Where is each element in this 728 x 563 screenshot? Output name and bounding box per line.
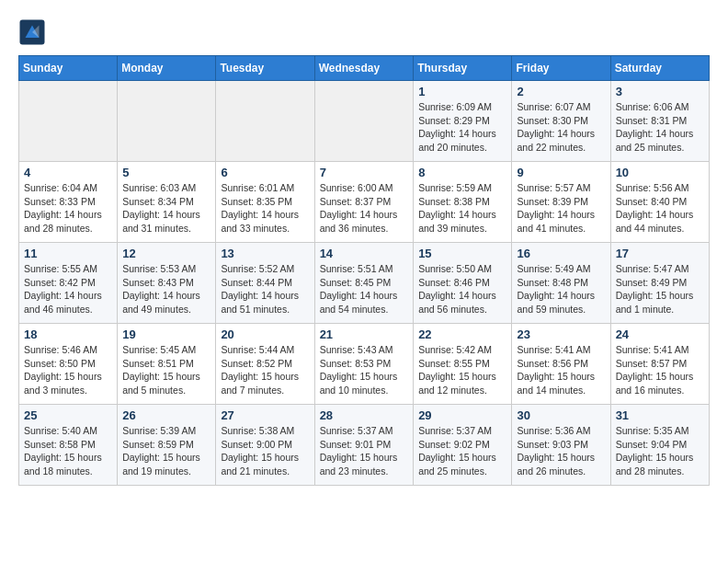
day-number: 28	[320, 408, 409, 422]
day-info: Sunrise: 5:38 AMSunset: 9:00 PMDaylight:…	[221, 424, 309, 478]
day-info: Sunrise: 5:43 AMSunset: 8:53 PMDaylight:…	[320, 343, 409, 397]
logo	[18, 18, 50, 46]
day-info: Sunrise: 5:36 AMSunset: 9:03 PMDaylight:…	[517, 424, 605, 478]
calendar-cell: 7Sunrise: 6:00 AMSunset: 8:37 PMDaylight…	[314, 162, 414, 243]
weekday-header-tuesday: Tuesday	[216, 56, 314, 81]
page-header	[18, 18, 710, 46]
weekday-header-thursday: Thursday	[414, 56, 512, 81]
day-info: Sunrise: 5:40 AMSunset: 8:58 PMDaylight:…	[24, 424, 112, 478]
weekday-header-monday: Monday	[118, 56, 216, 81]
day-number: 4	[24, 166, 112, 179]
calendar-cell: 29Sunrise: 5:37 AMSunset: 9:02 PMDayligh…	[414, 405, 512, 486]
day-info: Sunrise: 5:41 AMSunset: 8:57 PMDaylight:…	[616, 343, 704, 397]
day-number: 22	[418, 327, 506, 341]
day-number: 14	[320, 247, 409, 260]
day-number: 15	[418, 247, 506, 260]
calendar-cell: 22Sunrise: 5:42 AMSunset: 8:55 PMDayligh…	[414, 324, 512, 405]
day-info: Sunrise: 5:37 AMSunset: 9:02 PMDaylight:…	[418, 424, 506, 478]
calendar-week-4: 18Sunrise: 5:46 AMSunset: 8:50 PMDayligh…	[19, 324, 710, 405]
calendar-week-1: 1Sunrise: 6:09 AMSunset: 8:29 PMDaylight…	[19, 81, 710, 162]
day-number: 3	[616, 85, 704, 98]
calendar-cell: 1Sunrise: 6:09 AMSunset: 8:29 PMDaylight…	[414, 81, 512, 162]
weekday-header-sunday: Sunday	[19, 56, 118, 81]
day-info: Sunrise: 5:44 AMSunset: 8:52 PMDaylight:…	[221, 343, 309, 397]
calendar-week-5: 25Sunrise: 5:40 AMSunset: 8:58 PMDayligh…	[19, 405, 710, 486]
calendar-cell: 13Sunrise: 5:52 AMSunset: 8:44 PMDayligh…	[216, 243, 314, 324]
day-number: 13	[221, 247, 309, 260]
calendar-cell: 25Sunrise: 5:40 AMSunset: 8:58 PMDayligh…	[19, 405, 118, 486]
day-info: Sunrise: 5:42 AMSunset: 8:55 PMDaylight:…	[418, 343, 506, 397]
day-number: 12	[122, 247, 210, 260]
day-number: 27	[221, 408, 309, 422]
calendar-cell: 17Sunrise: 5:47 AMSunset: 8:49 PMDayligh…	[610, 243, 709, 324]
day-info: Sunrise: 5:49 AMSunset: 8:48 PMDaylight:…	[517, 262, 605, 316]
day-info: Sunrise: 5:47 AMSunset: 8:49 PMDaylight:…	[616, 262, 704, 316]
weekday-header-wednesday: Wednesday	[314, 56, 414, 81]
calendar-cell: 15Sunrise: 5:50 AMSunset: 8:46 PMDayligh…	[414, 243, 512, 324]
calendar-cell: 30Sunrise: 5:36 AMSunset: 9:03 PMDayligh…	[512, 405, 610, 486]
day-number: 31	[616, 408, 704, 422]
day-info: Sunrise: 5:52 AMSunset: 8:44 PMDaylight:…	[221, 262, 309, 316]
weekday-header-row: SundayMondayTuesdayWednesdayThursdayFrid…	[19, 56, 710, 81]
calendar-cell: 19Sunrise: 5:45 AMSunset: 8:51 PMDayligh…	[118, 324, 216, 405]
day-number: 8	[418, 166, 506, 179]
day-number: 24	[616, 327, 704, 341]
calendar-cell: 24Sunrise: 5:41 AMSunset: 8:57 PMDayligh…	[610, 324, 709, 405]
calendar-cell	[118, 81, 216, 162]
day-number: 2	[517, 85, 605, 98]
calendar-cell: 31Sunrise: 5:35 AMSunset: 9:04 PMDayligh…	[610, 405, 709, 486]
calendar-cell: 3Sunrise: 6:06 AMSunset: 8:31 PMDaylight…	[610, 81, 709, 162]
calendar-cell: 8Sunrise: 5:59 AMSunset: 8:38 PMDaylight…	[414, 162, 512, 243]
day-number: 18	[24, 327, 112, 341]
day-info: Sunrise: 5:55 AMSunset: 8:42 PMDaylight:…	[24, 262, 112, 316]
day-number: 6	[221, 166, 309, 179]
calendar-cell: 11Sunrise: 5:55 AMSunset: 8:42 PMDayligh…	[19, 243, 118, 324]
calendar-cell: 2Sunrise: 6:07 AMSunset: 8:30 PMDaylight…	[512, 81, 610, 162]
calendar-cell: 4Sunrise: 6:04 AMSunset: 8:33 PMDaylight…	[19, 162, 118, 243]
calendar-cell	[216, 81, 314, 162]
day-info: Sunrise: 5:56 AMSunset: 8:40 PMDaylight:…	[616, 181, 704, 236]
logo-icon	[18, 18, 46, 46]
day-number: 1	[418, 85, 506, 98]
calendar-cell: 14Sunrise: 5:51 AMSunset: 8:45 PMDayligh…	[314, 243, 414, 324]
calendar-cell: 18Sunrise: 5:46 AMSunset: 8:50 PMDayligh…	[19, 324, 118, 405]
day-info: Sunrise: 6:03 AMSunset: 8:34 PMDaylight:…	[122, 181, 210, 236]
day-number: 19	[122, 327, 210, 341]
day-number: 25	[24, 408, 112, 422]
calendar-cell: 6Sunrise: 6:01 AMSunset: 8:35 PMDaylight…	[216, 162, 314, 243]
calendar-week-2: 4Sunrise: 6:04 AMSunset: 8:33 PMDaylight…	[19, 162, 710, 243]
day-number: 21	[320, 327, 409, 341]
day-number: 17	[616, 247, 704, 260]
calendar-cell: 21Sunrise: 5:43 AMSunset: 8:53 PMDayligh…	[314, 324, 414, 405]
calendar-cell: 28Sunrise: 5:37 AMSunset: 9:01 PMDayligh…	[314, 405, 414, 486]
day-info: Sunrise: 5:39 AMSunset: 8:59 PMDaylight:…	[122, 424, 210, 478]
day-info: Sunrise: 6:01 AMSunset: 8:35 PMDaylight:…	[221, 181, 309, 236]
day-number: 29	[418, 408, 506, 422]
calendar-cell	[19, 81, 118, 162]
day-info: Sunrise: 5:46 AMSunset: 8:50 PMDaylight:…	[24, 343, 112, 397]
calendar-week-3: 11Sunrise: 5:55 AMSunset: 8:42 PMDayligh…	[19, 243, 710, 324]
day-number: 23	[517, 327, 605, 341]
calendar-cell: 16Sunrise: 5:49 AMSunset: 8:48 PMDayligh…	[512, 243, 610, 324]
calendar-cell: 12Sunrise: 5:53 AMSunset: 8:43 PMDayligh…	[118, 243, 216, 324]
day-number: 11	[24, 247, 112, 260]
calendar-cell: 9Sunrise: 5:57 AMSunset: 8:39 PMDaylight…	[512, 162, 610, 243]
day-info: Sunrise: 5:57 AMSunset: 8:39 PMDaylight:…	[517, 181, 605, 236]
calendar-cell	[314, 81, 414, 162]
day-info: Sunrise: 5:35 AMSunset: 9:04 PMDaylight:…	[616, 424, 704, 478]
day-number: 26	[122, 408, 210, 422]
day-number: 9	[517, 166, 605, 179]
day-info: Sunrise: 6:09 AMSunset: 8:29 PMDaylight:…	[418, 100, 506, 155]
weekday-header-friday: Friday	[512, 56, 610, 81]
day-info: Sunrise: 6:00 AMSunset: 8:37 PMDaylight:…	[320, 181, 409, 236]
day-info: Sunrise: 5:59 AMSunset: 8:38 PMDaylight:…	[418, 181, 506, 236]
weekday-header-saturday: Saturday	[610, 56, 709, 81]
calendar-cell: 20Sunrise: 5:44 AMSunset: 8:52 PMDayligh…	[216, 324, 314, 405]
day-info: Sunrise: 6:07 AMSunset: 8:30 PMDaylight:…	[517, 100, 605, 155]
day-info: Sunrise: 6:06 AMSunset: 8:31 PMDaylight:…	[616, 100, 704, 155]
day-info: Sunrise: 6:04 AMSunset: 8:33 PMDaylight:…	[24, 181, 112, 236]
day-info: Sunrise: 5:51 AMSunset: 8:45 PMDaylight:…	[320, 262, 409, 316]
day-info: Sunrise: 5:45 AMSunset: 8:51 PMDaylight:…	[122, 343, 210, 397]
day-number: 10	[616, 166, 704, 179]
day-info: Sunrise: 5:50 AMSunset: 8:46 PMDaylight:…	[418, 262, 506, 316]
